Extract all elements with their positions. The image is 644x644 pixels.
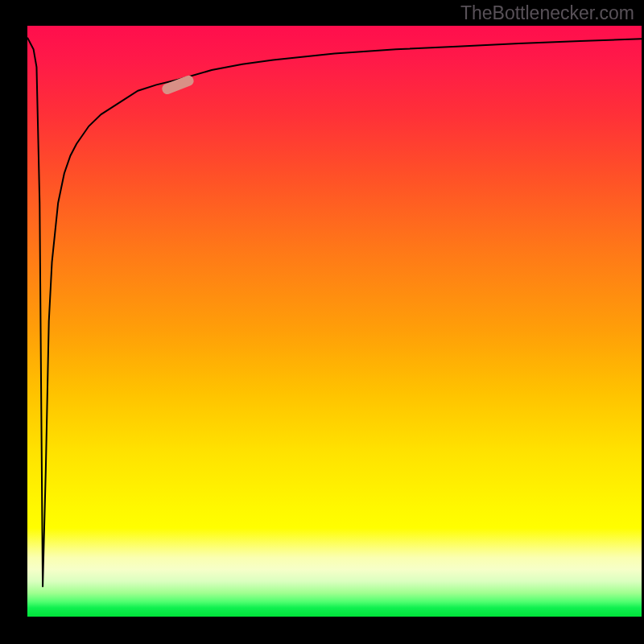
watermark-text: TheBottlenecker.com: [460, 2, 634, 24]
chart-container: TheBottlenecker.com: [0, 0, 644, 644]
chart-black-frame: TheBottlenecker.com: [0, 0, 644, 644]
bottleneck-gradient-area: [27, 26, 642, 617]
